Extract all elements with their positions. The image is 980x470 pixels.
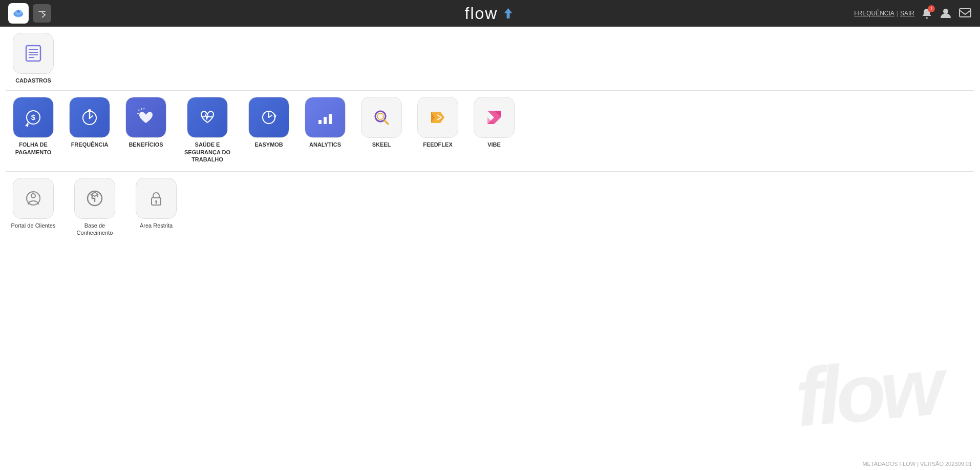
apps-grid: $ FOLHA DE PAGAMENTO FREQUÊNCIA bbox=[10, 97, 970, 163]
svg-point-50 bbox=[155, 200, 157, 202]
module-folha-pagamento[interactable]: $ FOLHA DE PAGAMENTO bbox=[10, 97, 56, 156]
feedflex-label: FEEDFLEX bbox=[423, 141, 452, 148]
sair-link[interactable]: SAIR bbox=[900, 10, 914, 17]
portal-clientes-label: Portal de Clientes bbox=[11, 222, 56, 229]
vibe-icon bbox=[474, 97, 515, 138]
module-base-conhecimento[interactable]: Base de Conhecimento bbox=[67, 178, 123, 237]
base-conhecimento-icon bbox=[74, 178, 115, 219]
footer-text: METADADOS FLOW | VERSÃO 202309.01 bbox=[862, 461, 972, 467]
area-restrita-icon bbox=[136, 178, 177, 219]
svg-marker-6 bbox=[504, 8, 512, 18]
module-beneficios[interactable]: BENEFÍCIOS bbox=[123, 97, 169, 148]
footer: METADADOS FLOW | VERSÃO 202309.01 bbox=[854, 458, 980, 470]
svg-point-7 bbox=[926, 17, 928, 19]
watermark: flow bbox=[792, 339, 943, 445]
svg-rect-30 bbox=[324, 117, 327, 124]
svg-point-43 bbox=[31, 194, 35, 198]
header-left bbox=[8, 3, 51, 24]
module-vibe[interactable]: VIBE bbox=[471, 97, 517, 148]
vibe-label: VIBE bbox=[487, 141, 501, 148]
cadastros-icon bbox=[13, 33, 54, 74]
module-saude-seguranca[interactable]: SAÚDE E SEGURANÇA DO TRABALHO bbox=[179, 97, 236, 163]
analytics-icon bbox=[305, 97, 346, 138]
skeel-icon bbox=[361, 97, 402, 138]
module-easymob[interactable]: EASYMOB bbox=[246, 97, 292, 148]
portal-section: Portal de Clientes Base de Conhecimento bbox=[0, 172, 980, 245]
module-frequencia[interactable]: FREQUÊNCIA bbox=[67, 97, 113, 148]
svg-line-21 bbox=[138, 110, 139, 111]
skeel-label: SKEEL bbox=[372, 141, 391, 148]
svg-text:$: $ bbox=[31, 113, 36, 121]
saude-seguranca-icon bbox=[187, 97, 228, 138]
navigation-button[interactable] bbox=[33, 4, 51, 23]
svg-rect-5 bbox=[38, 11, 46, 12]
frequencia-link[interactable]: FREQUÊNCIA bbox=[854, 10, 894, 17]
area-restrita-label: Área Restrita bbox=[140, 222, 173, 229]
portal-grid: Portal de Clientes Base de Conhecimento bbox=[10, 178, 970, 237]
svg-point-20 bbox=[88, 109, 91, 112]
folha-pagamento-label: FOLHA DE PAGAMENTO bbox=[10, 141, 56, 156]
svg-rect-9 bbox=[960, 9, 971, 17]
header: flow FREQUÊNCIA | SAIR 1 bbox=[0, 0, 980, 27]
easymob-icon bbox=[248, 97, 289, 138]
module-area-restrita[interactable]: Área Restrita bbox=[133, 178, 179, 229]
cadastros-grid: CADASTROS bbox=[10, 33, 970, 84]
frequencia-label: FREQUÊNCIA bbox=[71, 141, 109, 148]
svg-rect-29 bbox=[318, 120, 322, 124]
module-skeel[interactable]: SKEEL bbox=[358, 97, 404, 148]
svg-point-8 bbox=[943, 9, 948, 14]
folha-pagamento-icon: $ bbox=[13, 97, 54, 138]
header-center: flow bbox=[465, 4, 516, 23]
frequencia-icon bbox=[69, 97, 110, 138]
saude-seguranca-label: SAÚDE E SEGURANÇA DO TRABALHO bbox=[179, 141, 236, 163]
base-conhecimento-label: Base de Conhecimento bbox=[67, 222, 123, 237]
feedflex-icon bbox=[417, 97, 458, 138]
app-title: flow bbox=[465, 4, 498, 23]
module-cadastros[interactable]: CADASTROS bbox=[10, 33, 56, 84]
link-separator: | bbox=[897, 10, 898, 17]
easymob-label: EASYMOB bbox=[254, 141, 283, 148]
module-feedflex[interactable]: FEEDFLEX bbox=[415, 97, 461, 148]
module-analytics[interactable]: ANALYTICS bbox=[302, 97, 348, 148]
svg-rect-31 bbox=[329, 114, 332, 124]
cadastros-label: CADASTROS bbox=[15, 77, 51, 84]
svg-line-33 bbox=[384, 120, 388, 124]
module-portal-clientes[interactable]: Portal de Clientes bbox=[10, 178, 56, 229]
beneficios-label: BENEFÍCIOS bbox=[129, 141, 163, 148]
analytics-label: ANALYTICS bbox=[309, 141, 341, 148]
header-right: FREQUÊNCIA | SAIR 1 bbox=[854, 7, 972, 20]
header-links: FREQUÊNCIA | SAIR bbox=[854, 10, 914, 17]
notification-button[interactable]: 1 bbox=[921, 7, 933, 19]
portal-clientes-icon bbox=[13, 178, 54, 219]
cadastros-section: CADASTROS bbox=[0, 27, 980, 90]
apps-section: $ FOLHA DE PAGAMENTO FREQUÊNCIA bbox=[0, 91, 980, 171]
svg-point-34 bbox=[377, 113, 384, 119]
svg-line-23 bbox=[143, 108, 144, 109]
messages-button[interactable] bbox=[958, 7, 972, 20]
user-profile-button[interactable] bbox=[939, 7, 952, 20]
notification-badge: 1 bbox=[928, 5, 935, 12]
logo-button[interactable] bbox=[8, 3, 29, 24]
svg-rect-10 bbox=[26, 46, 40, 61]
beneficios-icon bbox=[125, 97, 166, 138]
